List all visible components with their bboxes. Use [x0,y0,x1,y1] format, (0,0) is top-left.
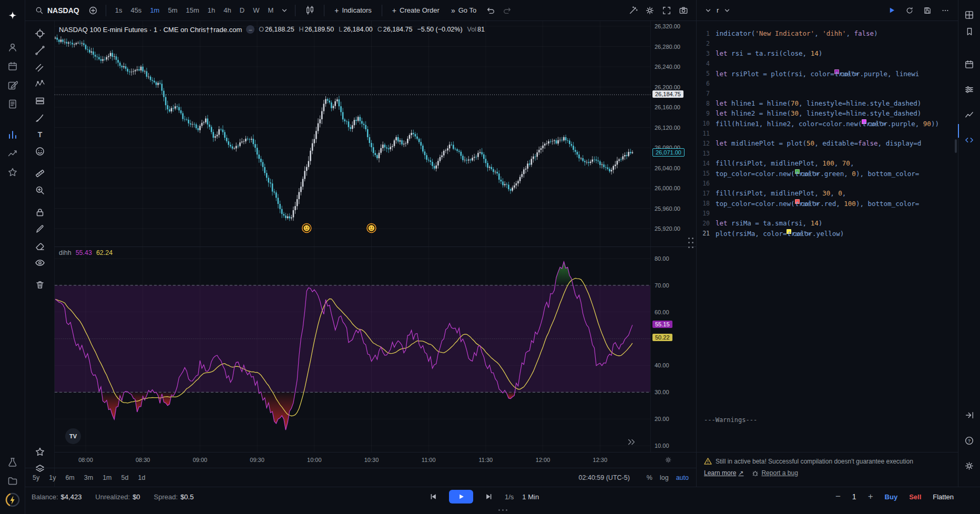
script-tab[interactable]: r [717,6,719,14]
remove-drawings-icon[interactable] [32,277,48,293]
code-line-3[interactable]: 3let rsi = ta.rsi(close, 14) [697,48,958,58]
range-5y[interactable]: 5y [33,474,39,481]
symbol-search-button[interactable]: NASDAQ [30,3,84,18]
goto-button[interactable]: »Go To [446,3,481,18]
screener-icon[interactable] [962,82,977,97]
instrument-title[interactable]: NASDAQ 100 E-mini Futures · 1 · CME on C… [59,26,242,34]
code-line-4[interactable]: 4 [697,58,958,68]
timeframe-D[interactable]: D [236,4,248,17]
log-scale-button[interactable]: log [660,474,669,481]
price-axis[interactable]: 26,320.0026,280.0026,240.0026,200.0026,1… [650,21,696,452]
timeframe-M[interactable]: M [264,4,277,17]
timeframe-menu-button[interactable] [279,3,290,18]
crosshair-tool-icon[interactable] [32,26,48,42]
eraser-tool-icon[interactable] [32,238,48,254]
code-line-7[interactable]: 7 [697,88,958,98]
redo-button[interactable] [500,3,515,18]
flatten-button[interactable]: Flatten [933,493,954,501]
code-line-17[interactable]: 17fill(rsiPlot, midlinePlot, 30, 0, [697,188,958,198]
magic-button[interactable] [626,3,640,18]
code-editor-icon[interactable] [962,132,977,147]
smiley-marker[interactable] [367,224,376,233]
code-line-6[interactable]: 6 [697,78,958,88]
zoom-tool-icon[interactable] [32,182,48,198]
timeframe-W[interactable]: W [249,4,263,17]
compare-add-button[interactable] [86,3,100,18]
bookmark-icon[interactable] [962,24,977,39]
timeframe-1s[interactable]: 1s [111,4,126,17]
code-line-5[interactable]: 5let rsiPlot = plot(rsi, color=true">col… [697,68,958,78]
code-line-21[interactable]: 21plot(rsiMa, color=true">color.yellow) [697,228,958,238]
code-line-10[interactable]: 10fill(hline1, hline2, color=color.new(t… [697,118,958,128]
account-avatar[interactable] [5,492,21,508]
range-6m[interactable]: 6m [65,474,74,481]
code-line-12[interactable]: 12let midlinePlot = plot(50, editable=fa… [697,138,958,148]
code-line-9[interactable]: 9let hline2 = hline(30, linestyle=hline.… [697,108,958,118]
qty-plus-button[interactable]: + [868,491,873,502]
reload-script-button[interactable] [903,4,916,17]
fullscreen-button[interactable] [659,3,674,18]
favorites-star-icon[interactable] [32,444,48,460]
screenshot-button[interactable] [676,3,691,18]
pane-divider[interactable] [55,246,696,247]
code-line-18[interactable]: 18top_color=color.new(true">color.red, 1… [697,198,958,208]
smiley-marker[interactable] [302,224,311,233]
profile-icon[interactable] [5,39,21,55]
report-bug-link[interactable]: Report a bug [752,469,798,477]
price-chart[interactable] [55,21,650,247]
sell-button[interactable]: Sell [909,493,921,501]
folder-icon[interactable] [5,473,21,489]
undo-button[interactable] [483,3,498,18]
editor-menu-button[interactable] [703,5,713,16]
watchlist-star-icon[interactable] [5,165,21,180]
code-line-14[interactable]: 14fill(rsiPlot, midlinePlot, 100, 70, [697,158,958,168]
code-line-19[interactable]: 19 [697,208,958,218]
timeframe-1m[interactable]: 1m [146,4,163,17]
bottom-drag-handle[interactable] [25,506,980,514]
learn-more-link[interactable]: Learn more↗ [704,469,743,477]
run-script-button[interactable] [885,4,898,17]
time-axis[interactable]: 08:0008:3009:0009:3010:0010:3011:0011:30… [55,452,696,468]
ruler-tool-icon[interactable] [32,166,48,181]
text-tool-icon[interactable]: T [32,127,48,142]
brush-tool-icon[interactable] [32,110,48,126]
chart-type-button[interactable] [301,3,319,18]
code-line-16[interactable]: 16 [697,178,958,188]
replay-interval[interactable]: 1 Min [522,493,539,501]
axis-settings-icon[interactable] [665,456,672,464]
code-line-15[interactable]: 15top_color=color.new(true">color.green,… [697,168,958,178]
percent-scale-button[interactable]: % [647,474,652,481]
editor-scrollbar[interactable] [955,139,957,153]
help-icon[interactable]: ? [962,433,977,448]
script-dropdown-button[interactable] [722,5,732,16]
rsi-chart[interactable] [55,247,650,452]
position-tool-icon[interactable] [32,93,48,109]
play-button[interactable] [449,490,473,503]
trending-icon[interactable] [5,146,21,161]
settings-icon[interactable] [962,458,977,473]
panel-expand-icon[interactable] [962,408,977,423]
qty-minus-button[interactable]: − [835,491,841,502]
indicators-button[interactable]: +Indicators [330,3,376,18]
range-1d[interactable]: 1d [138,474,145,481]
range-1m[interactable]: 1m [103,474,111,481]
calendar-icon[interactable] [962,57,977,71]
code-line-20[interactable]: 20let rsiMa = ta.sma(rsi, 14) [697,218,958,228]
strategy-chart-icon[interactable] [962,107,977,122]
skip-forward-button[interactable] [482,489,496,504]
pencil-tool-icon[interactable] [32,221,48,237]
range-1y[interactable]: 1y [49,474,56,481]
code-line-1[interactable]: 1indicator('New Indicator', 'dihh', fals… [697,28,958,38]
instrument-menu-icon[interactable]: – [246,25,254,34]
timeframe-1h[interactable]: 1h [204,4,219,17]
buy-button[interactable]: Buy [885,493,898,501]
calendar-icon[interactable] [5,58,21,74]
timeframe-45s[interactable]: 45s [127,4,145,17]
code-editor[interactable]: 1indicator('New Indicator', 'dihh', fals… [697,21,958,238]
pattern-tool-icon[interactable] [32,76,48,92]
chart-bars-icon[interactable] [5,127,21,142]
lock-tool-icon[interactable] [32,204,48,220]
code-line-2[interactable]: 2 [697,38,958,48]
auto-scale-button[interactable]: auto [676,474,689,481]
timeframe-4h[interactable]: 4h [220,4,234,17]
